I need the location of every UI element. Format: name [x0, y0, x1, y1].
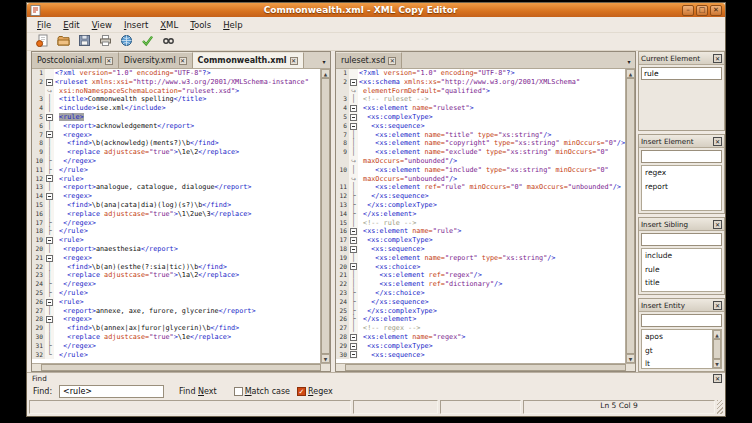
fold-collapse-icon[interactable]	[45, 192, 54, 201]
fold-collapse-icon[interactable]	[45, 254, 54, 263]
tab-close-icon[interactable]: ✕	[290, 57, 298, 65]
fold-collapse-icon[interactable]	[45, 236, 54, 245]
fold-collapse-icon[interactable]	[349, 236, 358, 245]
code-line[interactable]: 6 <xs:sequence>	[336, 122, 625, 131]
tab-list-dropdown-icon[interactable]: ▾	[623, 55, 635, 68]
code-line[interactable]: 5 <rule>	[32, 113, 320, 122]
fold-collapse-icon[interactable]	[349, 113, 358, 122]
fold-collapse-icon[interactable]	[349, 245, 358, 254]
code-line[interactable]: 1<?xml version="1.0" encoding="UTF-8"?>	[336, 69, 625, 78]
code-line[interactable]: ↪ elementFormDefault="qualified">	[336, 87, 625, 96]
panel-insert-element-input[interactable]	[641, 150, 722, 163]
code-line[interactable]: 6│ <report>acknowledgement</report>	[32, 122, 320, 131]
fold-collapse-icon[interactable]	[349, 227, 358, 236]
list-item[interactable]: lt	[642, 357, 712, 369]
code-line[interactable]: ↪ maxOccurs="unbounded"/>	[336, 175, 625, 184]
close-button[interactable]: ✕	[710, 5, 722, 16]
scroll-up-icon[interactable]: ▲	[626, 69, 635, 78]
open-file-button[interactable]	[55, 34, 71, 49]
match-case-checkbox[interactable]	[234, 387, 243, 396]
code-line[interactable]: 28 <xs:element name="regex">	[336, 333, 625, 342]
scroll-thumb[interactable]	[713, 339, 721, 359]
code-line[interactable]: 15│ <!-- rule -->	[336, 219, 625, 228]
code-line[interactable]: 19 <rule>	[32, 236, 320, 245]
match-case-label[interactable]: Match case	[245, 387, 290, 396]
code-line[interactable]: 20 <xs:choice>	[336, 263, 625, 272]
menu-view[interactable]: View	[86, 19, 118, 31]
code-line[interactable]: 1<?xml version="1.0" encoding="UTF-8"?>	[32, 69, 320, 78]
panel-close-icon[interactable]: ✕	[713, 301, 722, 310]
panel-close-icon[interactable]: ✕	[713, 220, 722, 229]
code-line[interactable]: 8│ <find>\b(acknowledg)(ments?)\b</find>	[32, 139, 320, 148]
panel-close-icon[interactable]: ✕	[713, 137, 722, 146]
maximize-button[interactable]: □	[696, 5, 708, 16]
menu-help[interactable]: Help	[217, 19, 248, 31]
code-line[interactable]: 12├ </xs:sequence>	[336, 192, 625, 201]
code-line[interactable]: 17├ </regex>	[32, 219, 320, 228]
fold-collapse-icon[interactable]	[349, 122, 358, 131]
code-line[interactable]: 31├ </regex>	[32, 342, 320, 351]
code-line[interactable]: 10│ <xs:element name="include" type="xs:…	[336, 166, 625, 175]
code-line[interactable]: 27│ <report>annexe, axe, furore, glyceri…	[32, 307, 320, 316]
code-line[interactable]: 7 <regex>	[32, 131, 320, 140]
scroll-down-icon[interactable]: ▼	[321, 354, 330, 363]
panel-insert-entity-input[interactable]	[641, 314, 722, 327]
code-line[interactable]: 4 <xs:element name="ruleset">	[336, 104, 625, 113]
fold-collapse-icon[interactable]	[349, 263, 358, 272]
fold-collapse-icon[interactable]	[45, 175, 54, 184]
code-line[interactable]: 9│ <replace adjustcase="true">\1e\2</rep…	[32, 148, 320, 157]
fold-collapse-icon[interactable]	[349, 333, 358, 342]
panel-close-icon[interactable]: ✕	[713, 54, 722, 63]
list-item[interactable]: regex	[642, 166, 721, 180]
panel-current-element-input[interactable]	[641, 67, 722, 80]
list-item[interactable]: title	[642, 276, 721, 290]
menu-file[interactable]: File	[31, 19, 57, 31]
code-line[interactable]: 15│ <find>\b(ana|cata|dia)(log)(s?)\b</f…	[32, 201, 320, 210]
code-area-right[interactable]: 1<?xml version="1.0" encoding="UTF-8"?>2…	[336, 69, 625, 363]
list-item[interactable]: apos	[642, 330, 712, 344]
code-line[interactable]: 13├ </xs:complexType>	[336, 201, 625, 210]
code-line[interactable]: 19│ <xs:element name="report" type="xs:s…	[336, 254, 625, 263]
fold-collapse-icon[interactable]	[45, 298, 54, 307]
code-line[interactable]: 5 <xs:complexType>	[336, 113, 625, 122]
fold-collapse-icon[interactable]	[45, 315, 54, 324]
code-line[interactable]: 21 <regex>	[32, 254, 320, 263]
panel-insert-sibling-input[interactable]	[641, 233, 722, 246]
code-line[interactable]: 18 <xs:sequence>	[336, 245, 625, 254]
fold-collapse-icon[interactable]	[45, 131, 54, 140]
code-line[interactable]: 3│ <title>Commonwealth spelling</title>	[32, 95, 320, 104]
code-line[interactable]: 32└ </rule>	[32, 351, 320, 360]
code-line[interactable]: 25├ </xs:complexType>	[336, 307, 625, 316]
scroll-thumb[interactable]	[626, 78, 635, 354]
code-line[interactable]: 11├ </rule>	[32, 166, 320, 175]
code-line[interactable]: 26 <rule>	[32, 298, 320, 307]
vertical-scrollbar[interactable]: ▲▼	[320, 69, 330, 363]
code-line[interactable]: 16 <xs:element name="rule">	[336, 227, 625, 236]
code-line[interactable]: 17 <xs:complexType>	[336, 236, 625, 245]
vertical-scrollbar[interactable]: ▲▼	[625, 69, 635, 363]
menu-edit[interactable]: Edit	[57, 19, 85, 31]
tab-postcolonial-xml[interactable]: Postcolonial.xml✕	[32, 52, 119, 68]
code-line[interactable]: 29│ <find>\b(annex|ax|furor|glycerin)\b<…	[32, 324, 320, 333]
tab-close-icon[interactable]: ✕	[388, 57, 396, 65]
resize-grip[interactable]	[717, 400, 723, 414]
code-line[interactable]: 27│ <!-- regex -->	[336, 324, 625, 333]
code-area-left[interactable]: 1<?xml version="1.0" encoding="UTF-8"?>2…	[32, 69, 320, 363]
find-input[interactable]	[59, 385, 164, 398]
list-item[interactable]: gt	[642, 344, 712, 358]
tab-commonwealth-xml[interactable]: Commonwealth.xml✕	[193, 52, 304, 68]
menu-insert[interactable]: Insert	[118, 19, 154, 31]
regex-label[interactable]: Regex	[308, 387, 333, 396]
horizontal-scrollbar[interactable]	[32, 363, 330, 371]
fold-collapse-icon[interactable]	[349, 351, 358, 360]
code-line[interactable]: 26├ </xs:element>	[336, 315, 625, 324]
code-line[interactable]: 16│ <replace adjustcase="true">\1\2ue\3<…	[32, 210, 320, 219]
tab-close-icon[interactable]: ✕	[179, 57, 187, 65]
fold-collapse-icon[interactable]	[349, 104, 358, 113]
fold-collapse-icon[interactable]	[45, 113, 54, 122]
code-line[interactable]: ↪ maxOccurs="unbounded"/>	[336, 157, 625, 166]
code-line[interactable]: 20│ <report>anaesthesia</report>	[32, 245, 320, 254]
list-scrollbar[interactable]: ▲▼	[712, 330, 721, 368]
code-line[interactable]: 24├ </xs:sequence>	[336, 298, 625, 307]
regex-checkbox[interactable]: ✓	[297, 387, 306, 396]
